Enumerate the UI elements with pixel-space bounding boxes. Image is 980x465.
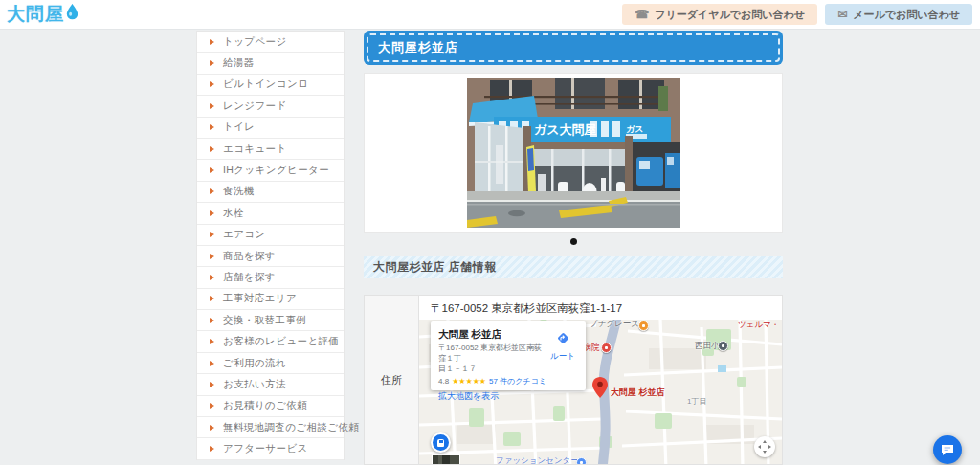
map-card-rating-row: 4.8 ★★★★★ 57 件のクチコミ <box>438 376 578 387</box>
sidebar-item-usage-flow[interactable]: ご利用の流れ <box>197 353 344 374</box>
top-header: 大問屋 ☎ フリーダイヤルでお問い合わせ ✉ メールでお問い合わせ <box>0 0 980 30</box>
sidebar-item-built-in-stove[interactable]: ビルトインコンロ <box>197 75 344 96</box>
poi-label-petit-grace[interactable]: プチグレース <box>590 320 639 330</box>
sidebar-item-label: 水栓 <box>223 207 244 220</box>
reviews-link[interactable]: 57 件のクチコミ <box>489 376 546 387</box>
arrow-right-icon <box>210 188 214 194</box>
sidebar-item-label: お支払い方法 <box>223 378 286 391</box>
header-contact-buttons: ☎ フリーダイヤルでお問い合わせ ✉ メールでお問い合わせ <box>622 4 972 25</box>
main-content: 大問屋杉並店 <box>364 31 783 465</box>
hospital-pin-icon[interactable] <box>601 343 612 353</box>
sidebar-item-label: 店舗を探す <box>223 271 276 284</box>
star-rating-icon: ★★★★★ <box>452 377 486 386</box>
carousel-dot[interactable] <box>570 238 577 245</box>
store-info-section-title: 大問屋杉並店 店舗情報 <box>373 259 497 276</box>
store-marker-pin-icon[interactable] <box>592 377 608 402</box>
route-button[interactable]: ルート <box>544 330 582 363</box>
store-photo: ガス大問屋 ガス <box>467 78 680 228</box>
mail-contact-button[interactable]: ✉ メールでお問い合わせ <box>825 4 972 25</box>
store-info-section-header: 大問屋杉並店 店舗情報 <box>364 256 783 278</box>
store-photo-card: ガス大問屋 ガス <box>364 73 783 232</box>
chat-bubble-icon <box>941 444 954 456</box>
map-card-address-line2: 目１－１７ <box>438 365 477 373</box>
arrow-right-icon <box>210 146 214 152</box>
phone-icon: ☎ <box>635 9 649 20</box>
sidebar-item-label: トップページ <box>223 35 287 49</box>
poi-label-nishida-elementary[interactable]: 西田小 <box>695 341 720 352</box>
map-card-address-line1: 〒167-0052 東京都杉並区南荻窪１丁 <box>438 343 542 363</box>
sidebar-item-water-heater[interactable]: 給湯器 <box>197 53 344 74</box>
mail-icon: ✉ <box>837 9 847 20</box>
sidebar-item-search-stores[interactable]: 店舗を探す <box>197 267 344 288</box>
arrow-right-icon <box>210 382 214 388</box>
arrow-right-icon <box>210 103 214 109</box>
sidebar-item-label: ご利用の流れ <box>223 357 286 370</box>
store-sign-text: ガス大問屋 <box>534 122 597 137</box>
arrow-right-icon <box>210 60 214 66</box>
sidebar-item-label: アフターサービス <box>223 442 308 455</box>
sidebar-item-quote-request[interactable]: お見積りのご依頼 <box>197 396 344 417</box>
site-logo[interactable]: 大問屋 <box>7 3 78 26</box>
arrow-right-icon <box>210 81 214 87</box>
sidebar-item-free-site-survey[interactable]: 無料現地調査のご相談ご依頼 <box>197 417 344 438</box>
sidebar-item-replacement-works[interactable]: 交換・取替工事例 <box>197 310 344 331</box>
sidebar-item-top-page[interactable]: トップページ <box>197 32 344 53</box>
sidebar-item-service-area[interactable]: 工事対応エリア <box>197 289 344 310</box>
transit-station-icon[interactable] <box>431 432 451 453</box>
sidebar-item-label: ビルトインコンロ <box>223 78 308 91</box>
shop-pin-icon[interactable] <box>576 457 587 464</box>
sidebar-item-search-products[interactable]: 商品を探す <box>197 246 344 267</box>
arrow-right-icon <box>210 425 214 431</box>
water-drop-icon <box>66 3 78 24</box>
sidebar-item-label: レンジフード <box>223 100 287 113</box>
sidebar-item-air-conditioner[interactable]: エアコン <box>197 225 344 246</box>
address-row-content: 〒167-0052 東京都杉並区南荻窪1-1-17 <box>419 296 782 464</box>
sidebar-item-faucet[interactable]: 水栓 <box>197 203 344 224</box>
arrow-right-icon <box>210 446 214 452</box>
sidebar-item-dishwasher[interactable]: 食洗機 <box>197 182 344 203</box>
sidebar-item-label: 食洗機 <box>223 185 255 198</box>
sidebar-item-range-hood[interactable]: レンジフード <box>197 96 344 117</box>
sidebar-item-label: 交換・取替工事例 <box>223 314 306 327</box>
sidebar-item-label: お見積りのご依頼 <box>223 399 307 412</box>
page-title-banner: 大問屋杉並店 <box>364 31 783 65</box>
phone-contact-button[interactable]: ☎ フリーダイヤルでお問い合わせ <box>622 4 817 25</box>
arrow-right-icon <box>210 296 214 301</box>
directions-icon <box>555 330 571 346</box>
streetview-thumbnail[interactable] <box>432 454 460 464</box>
address-value: 〒167-0052 東京都杉並区南荻窪1-1-17 <box>419 296 782 320</box>
school-pin-icon[interactable] <box>718 341 728 351</box>
map-card-address: 〒167-0052 東京都杉並区南荻窪１丁 目１－１７ <box>438 343 546 374</box>
store-marker-label: 大問屋 杉並店 <box>611 387 665 399</box>
chat-button[interactable] <box>933 435 962 464</box>
poi-label-fashion-center[interactable]: ファッションセンター <box>496 455 579 464</box>
arrow-right-icon <box>210 275 214 280</box>
page-title: 大問屋杉並店 <box>378 39 458 56</box>
map-orbit-control[interactable] <box>754 436 775 457</box>
sidebar-item-payment-methods[interactable]: お支払い方法 <box>197 374 344 395</box>
sidebar-item-label: 商品を探す <box>223 250 276 263</box>
sidebar-item-ecocute[interactable]: エコキュート <box>197 139 344 160</box>
site-logo-text: 大問屋 <box>7 3 64 26</box>
rating-value: 4.8 <box>438 377 449 386</box>
phone-contact-label: フリーダイヤルでお問い合わせ <box>655 8 805 22</box>
sidebar-item-customer-reviews[interactable]: お客様のレビューと評価 <box>197 331 344 352</box>
sidebar-item-label: エアコン <box>223 228 266 241</box>
sidebar-item-after-service[interactable]: アフターサービス <box>197 438 344 459</box>
orbit-arrows-icon <box>758 440 771 454</box>
store-info-table: 住所 〒167-0052 東京都杉並区南荻窪1-1-17 <box>364 295 783 465</box>
restaurant-pin-icon[interactable] <box>638 321 649 331</box>
arrow-right-icon <box>210 167 214 173</box>
arrow-right-icon <box>210 403 214 409</box>
sidebar-item-label: 工事対応エリア <box>223 292 297 305</box>
sidebar-item-toilet[interactable]: トイレ <box>197 118 344 139</box>
poi-label-zermatt[interactable]: ツェルマ・ <box>738 320 779 331</box>
train-glyph <box>437 439 444 447</box>
expand-map-link[interactable]: 拡大地図を表示 <box>438 390 578 403</box>
sidebar-item-ih-cooking-heater[interactable]: IHクッキングヒーター <box>197 160 344 181</box>
sidebar-item-label: お客様のレビューと評価 <box>223 335 339 348</box>
address-row-label: 住所 <box>365 296 419 464</box>
mail-contact-label: メールでお問い合わせ <box>853 8 960 22</box>
sidebar-item-label: 給湯器 <box>223 56 255 70</box>
google-map[interactable]: プチグレース 中病院 西田小 ツェルマ・ 1丁目 ファッションセンター 大問屋 <box>419 320 782 464</box>
